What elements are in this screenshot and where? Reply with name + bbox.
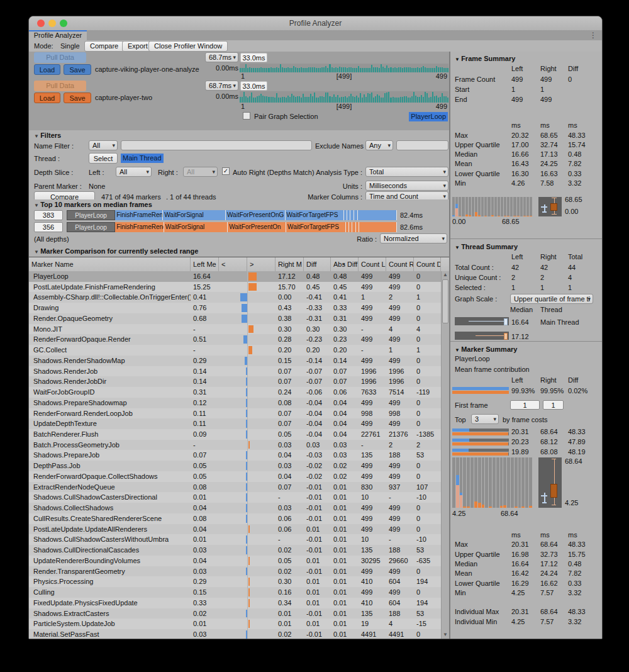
table-row[interactable]: Material.SetPassFast0.030.02-0.010.01449… xyxy=(29,629,442,639)
load-button-left[interactable]: Load xyxy=(34,64,60,75)
table-row[interactable]: Shadows.CullShadowCastersDirectional0.01… xyxy=(29,492,442,503)
table-row[interactable]: ExtractRenderNodeQueue0.080.07-0.010.018… xyxy=(29,482,442,493)
table-row[interactable]: Culling0.150.160.010.014994990 xyxy=(29,587,442,598)
scroll-up-arrow[interactable]: ▲ xyxy=(442,271,449,279)
column-header--[interactable]: < xyxy=(219,257,247,271)
mode-single-button[interactable]: Single xyxy=(55,42,85,50)
column-header-count-r[interactable]: Count R xyxy=(386,257,414,271)
table-row[interactable]: PlayerLoop16.6417.120.480.484994990 xyxy=(29,271,442,282)
top10-marker-segment[interactable]: PlayerLoop xyxy=(67,210,115,220)
comparison-header-row[interactable]: Marker Comparison for currently selected… xyxy=(29,247,449,257)
column-header-count-d[interactable]: Count D xyxy=(414,257,441,271)
table-row[interactable]: PostLateUpdate.FinishFrameRendering15.25… xyxy=(29,282,442,293)
top10-marker-segment[interactable]: WaitForPresentOn xyxy=(228,222,286,232)
top10-marker-segment[interactable] xyxy=(358,210,397,220)
table-row[interactable]: CullResults.CreateSharedRendererScene0.0… xyxy=(29,513,442,524)
top10-marker-segment[interactable]: WaitForSignal xyxy=(164,222,228,232)
name-filter-mode-dropdown[interactable]: All xyxy=(89,140,118,150)
table-row[interactable]: UpdateRendererBoundingVolumes0.040.050.0… xyxy=(29,556,442,566)
table-row[interactable]: Shadows.RenderShadowMap0.290.15-0.140.14… xyxy=(29,356,442,366)
column-header-marker-name[interactable]: Marker Name xyxy=(29,257,191,271)
pull-data-button-right[interactable]: Pull Data xyxy=(34,81,86,91)
column-header-left-me[interactable]: Left Me xyxy=(191,257,219,271)
column-header-abs-diff[interactable]: Abs Diff▴ xyxy=(331,257,359,271)
table-scrollbar[interactable]: ▲ ▼ xyxy=(441,271,449,639)
top10-marker-segment[interactable]: FinishFrameRendering xyxy=(115,210,163,220)
mode-compare-button[interactable]: Compare xyxy=(84,41,124,52)
first-frame-right-button[interactable]: 1 xyxy=(543,400,564,410)
depth-left-dropdown[interactable]: All xyxy=(116,167,152,177)
thread-select-button[interactable]: Select xyxy=(89,153,118,164)
selected-marker-chip[interactable]: PlayerLoop xyxy=(409,112,448,121)
table-row[interactable]: Drawing0.760.43-0.330.334994990 xyxy=(29,303,442,313)
table-row[interactable]: FixedUpdate.PhysicsFixedUpdate0.330.340.… xyxy=(29,598,442,608)
save-button-left[interactable]: Save xyxy=(64,64,91,75)
table-row[interactable]: WaitForJobGroupID0.310.24-0.060.06763375… xyxy=(29,387,442,398)
range-dropdown-right[interactable]: 68.7ms xyxy=(205,81,238,91)
thread-summary-header[interactable]: Thread Summary xyxy=(450,240,602,252)
table-row[interactable]: RenderForward.RenderLoopJob0.110.07-0.04… xyxy=(29,408,442,419)
frame-summary-header[interactable]: Frame Summary xyxy=(450,52,602,64)
top10-marker-segment[interactable]: FinishFrameRendering xyxy=(115,222,164,232)
table-row[interactable]: Shadows.PrepareShadowmap0.120.08-0.040.0… xyxy=(29,398,442,408)
load-button-right[interactable]: Load xyxy=(34,92,60,103)
marker-box-plot[interactable] xyxy=(538,457,562,508)
table-row[interactable]: Shadows.RenderJobDir0.140.07-0.070.07199… xyxy=(29,376,442,387)
scroll-down-arrow[interactable]: ▼ xyxy=(442,631,449,639)
marker-histogram[interactable] xyxy=(452,457,532,508)
table-row[interactable]: Physics.Processing0.290.300.010.01410604… xyxy=(29,576,442,587)
frame-box-plot[interactable] xyxy=(538,197,562,216)
table-row[interactable]: Shadows.ExtractCasters0.020.01-0.010.011… xyxy=(29,608,442,619)
top10-marker-segment[interactable]: PlayerLoop xyxy=(67,222,115,232)
auto-right-checkbox[interactable] xyxy=(222,167,230,175)
frame-time-graph-right[interactable] xyxy=(240,91,448,103)
table-row[interactable]: Render.TransparentGeometry0.030.02-0.010… xyxy=(29,566,442,577)
comparison-header[interactable]: Marker Comparison for currently selected… xyxy=(34,247,198,255)
table-row[interactable]: PostLateUpdate.UpdateAllRenderers0.040.0… xyxy=(29,524,442,535)
top10-marker-segment[interactable]: WaitForTargetFPS xyxy=(286,210,344,220)
top10-marker-segment[interactable]: WaitForPresentOnG xyxy=(226,210,286,220)
frame-time-graph-left[interactable] xyxy=(240,64,448,72)
window-titlebar[interactable]: Profile Analyzer xyxy=(29,16,602,31)
table-row[interactable]: Assembly-CSharp.dll!::Collectable.OnTrig… xyxy=(29,292,442,303)
table-row[interactable]: Render.OpaqueGeometry0.680.38-0.310.3149… xyxy=(29,313,442,324)
column-header-right-m[interactable]: Right M xyxy=(276,257,304,271)
column-header-count-l[interactable]: Count L xyxy=(359,257,386,271)
pair-graph-selection-checkbox[interactable] xyxy=(243,112,250,120)
units-dropdown[interactable]: Milliseconds xyxy=(365,181,448,191)
graph-scale-dropdown[interactable]: Upper quartile of frame ti xyxy=(510,294,593,304)
top10-frame-button[interactable]: 356 xyxy=(34,222,63,232)
close-profiler-window-button[interactable]: Close Profiler Window xyxy=(148,41,228,52)
table-row[interactable]: UpdateDepthTexture0.110.07-0.040.0449949… xyxy=(29,418,442,429)
save-button-right[interactable]: Save xyxy=(64,92,91,103)
kebab-menu-icon[interactable]: ⋮ xyxy=(589,31,597,40)
table-row[interactable]: GC.Collect-0.200.200.20-11 xyxy=(29,345,442,356)
table-row[interactable]: Mono.JIT-0.300.300.30-44 xyxy=(29,324,442,335)
name-filter-input[interactable] xyxy=(121,140,312,150)
top10-marker-segment[interactable]: WaitForSignal xyxy=(163,210,226,220)
top10-marker-segment[interactable] xyxy=(359,222,397,232)
table-row[interactable]: Shadows.CullDirectionalCascades0.030.02-… xyxy=(29,545,442,556)
top-n-dropdown[interactable]: 3 xyxy=(471,414,499,424)
table-row[interactable]: RenderForwardOpaque.Render0.510.28-0.230… xyxy=(29,334,442,345)
column-header-diff[interactable]: Diff xyxy=(304,257,331,271)
pull-data-button-left[interactable]: Pull Data xyxy=(34,52,86,63)
marker-summary-header[interactable]: Marker Summary xyxy=(450,342,602,354)
analysis-type-dropdown[interactable]: Total xyxy=(365,167,448,177)
frame-histogram[interactable] xyxy=(452,197,532,216)
table-row[interactable]: Batch.ProcessGeometryJob-0.030.030.03-22 xyxy=(29,440,442,451)
ratio-dropdown[interactable]: Normalized xyxy=(380,233,447,244)
exclude-mode-dropdown[interactable]: Any xyxy=(365,140,393,150)
exclude-names-input[interactable] xyxy=(396,140,448,150)
table-row[interactable]: Shadows.RenderJob0.140.07-0.070.07199619… xyxy=(29,366,442,377)
first-frame-left-button[interactable]: 1 xyxy=(510,400,540,410)
table-row[interactable]: RenderForwardOpaque.CollectShadows0.050.… xyxy=(29,471,442,482)
filters-header[interactable]: Filters xyxy=(34,132,61,139)
column-header--[interactable]: > xyxy=(247,257,276,271)
table-row[interactable]: Shadows.CullShadowCastersWithoutUmbra0.0… xyxy=(29,534,442,545)
table-row[interactable]: Shadows.CollectShadows0.040.03-0.010.014… xyxy=(29,503,442,513)
table-row[interactable]: BatchRenderer.Flush0.090.05-0.040.042276… xyxy=(29,429,442,440)
table-row[interactable]: DepthPass.Job0.050.03-0.020.024994990 xyxy=(29,461,442,471)
table-row[interactable]: ParticleSystem.UpdateJob0.010.010.010.01… xyxy=(29,619,442,629)
tab-profile-analyzer[interactable]: Profile Analyzer xyxy=(29,30,87,40)
